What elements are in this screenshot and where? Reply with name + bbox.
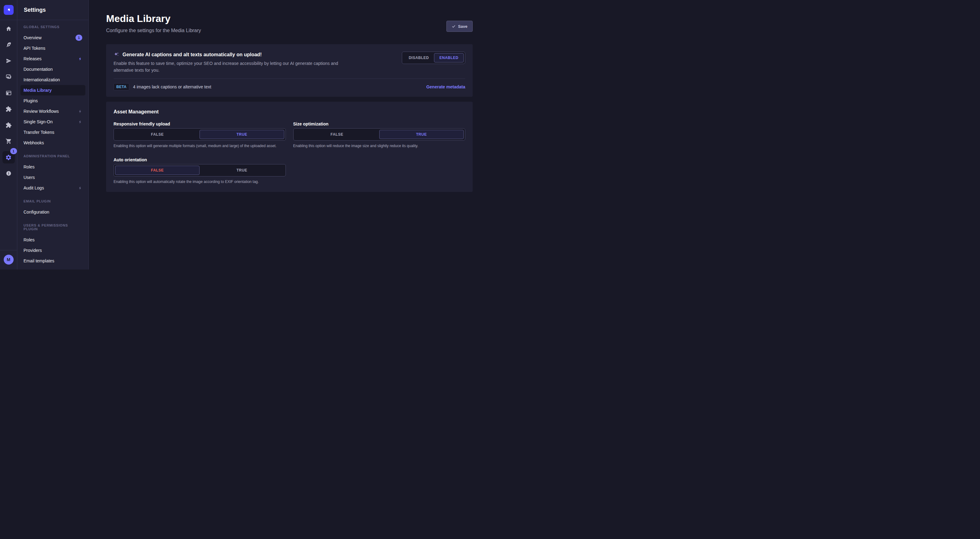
sidebar-section-email-plugin: EMAIL PLUGINConfiguration [21,193,85,217]
sidebar-item-roles[interactable]: Roles [21,235,85,245]
info-icon[interactable] [3,167,15,179]
lightning-icon [78,186,82,190]
page-subtitle: Configure the settings for the Media Lib… [106,28,201,33]
sidebar-item-label: Configuration [24,209,49,214]
sidebar-item-label: Review Workflows [24,109,59,114]
sidebar-section-header: USERS & PERMISSIONS PLUGIN [21,217,85,235]
sidebar-item-single-sign-on[interactable]: Single Sign-On [21,117,85,127]
main-content: Media Library Configure the settings for… [89,0,490,270]
banner-status: BETA 4 images lack captions or alternati… [113,83,211,90]
sidebar-item-label: Releases [24,56,41,61]
sidebar-item-providers[interactable]: Providers [21,245,85,255]
page-header-text: Media Library Configure the settings for… [106,13,201,33]
cart-icon[interactable] [3,135,15,147]
field-responsive-friendly-upload: Responsive friendly uploadFALSETRUEEnabl… [113,122,286,149]
sidebar-item-label: Email templates [24,258,54,263]
sidebar-item-label: Roles [24,237,35,242]
field-hint: Enabling this option will reduce the ima… [293,143,460,149]
sidebar-item-roles[interactable]: Roles [21,162,85,172]
banner-text: Generate AI captions and alt texts autom… [113,52,343,74]
sidebar-item-internationalization[interactable]: Internationalization [21,75,85,85]
sidebar-item-webhooks[interactable]: Webhooks [21,138,85,148]
sidebar-section-header: GLOBAL SETTINGS [21,22,85,32]
strapi-logo[interactable] [4,5,14,15]
sidebar-item-label: Users [24,175,35,180]
auto-orientation-option-true[interactable]: TRUE [199,166,284,175]
sidebar-item-api-tokens[interactable]: API Tokens [21,43,85,54]
page-header: Media Library Configure the settings for… [106,13,473,33]
sidebar-item-plugins[interactable]: Plugins [21,95,85,106]
sidebar-item-transfer-tokens[interactable]: Transfer Tokens [21,127,85,138]
sidebar-item-label: Roles [24,165,35,170]
auto-orientation-option-false[interactable]: FALSE [115,166,199,175]
asset-management-title: Asset Management [113,109,465,115]
paper-plane-icon[interactable] [3,55,15,67]
rail-header [0,0,17,20]
puzzle-piece-icon[interactable] [3,119,15,132]
sidebar-section-administration-panel: ADMINISTRATION PANELRolesUsersAudit Logs [21,148,85,193]
feather-icon[interactable] [3,39,15,51]
sidebar-section-header: ADMINISTRATION PANEL [21,148,85,162]
sidebar-item-label: API Tokens [24,46,46,51]
sidebar-title: Settings [24,7,46,13]
field-label: Auto orientation [113,157,286,162]
banner-top: Generate AI captions and alt texts autom… [113,52,465,74]
sidebar-item-review-workflows[interactable]: Review Workflows [21,106,85,117]
images-icon[interactable] [3,71,15,83]
notification-badge: 1 [10,148,17,154]
field-size-optimization: Size optimizationFALSETRUEEnabling this … [293,122,466,149]
rail-icon-list: 1 [0,20,17,250]
sparkles-icon [113,52,119,57]
settings-sidebar: Settings GLOBAL SETTINGSOverview1API Tok… [18,0,89,270]
lightning-icon [78,57,82,61]
sidebar-item-documentation[interactable]: Documentation [21,64,85,75]
field-hint: Enabling this option will automatically … [113,179,281,184]
gear-icon[interactable]: 1 [3,151,15,163]
generate-metadata-link[interactable]: Generate metadata [426,84,465,89]
sidebar-item-label: Overview [24,35,41,40]
asset-management-card: Asset Management Responsive friendly upl… [106,102,473,192]
sidebar-item-releases[interactable]: Releases [21,54,85,64]
size-optimization-option-false[interactable]: FALSE [295,130,379,139]
banner-title-row: Generate AI captions and alt texts autom… [113,52,343,57]
sidebar-item-overview[interactable]: Overview1 [21,32,85,43]
ai-captions-banner: Generate AI captions and alt texts autom… [106,44,473,97]
sidebar-item-label: Internationalization [24,77,60,82]
sidebar-item-media-library[interactable]: Media Library [21,85,85,95]
strapi-logo-icon [6,7,11,13]
field-label: Responsive friendly upload [113,122,286,127]
main-nav-rail: 1 M [0,0,18,270]
sidebar-item-configuration[interactable]: Configuration [21,207,85,217]
responsive-friendly-upload-option-false[interactable]: FALSE [115,130,199,139]
app-window: 1 M Settings GLOBAL SETTINGSOverview1API… [0,0,490,270]
sidebar-nav: GLOBAL SETTINGSOverview1API TokensReleas… [18,20,89,270]
layout-icon[interactable] [3,87,15,99]
home-icon[interactable] [3,22,15,35]
field-label: Size optimization [293,122,466,127]
sidebar-item-label: Audit Logs [24,185,44,190]
rail-footer: M [0,250,17,270]
field-auto-orientation: Auto orientationFALSETRUEEnabling this o… [113,157,286,184]
auto-orientation-toggle: FALSETRUE [113,164,286,176]
responsive-friendly-upload-option-true[interactable]: TRUE [199,130,284,139]
page-title: Media Library [106,13,201,25]
sidebar-item-audit-logs[interactable]: Audit Logs [21,183,85,193]
size-optimization-toggle: FALSETRUE [293,128,466,141]
sidebar-section-global-settings: GLOBAL SETTINGSOverview1API TokensReleas… [21,22,85,148]
sidebar-section-users-permissions-plugin: USERS & PERMISSIONS PLUGINRolesProviders… [21,217,85,270]
sidebar-item-advanced-settings[interactable]: Advanced settings [21,266,85,270]
banner-bottom: BETA 4 images lack captions or alternati… [113,83,465,90]
sidebar-item-label: Transfer Tokens [24,130,54,135]
avatar[interactable]: M [4,255,14,265]
ai-feature-option-disabled[interactable]: DISABLED [403,53,434,62]
puzzle-icon[interactable] [3,103,15,115]
size-optimization-option-true[interactable]: TRUE [379,130,464,139]
sidebar-item-email-templates[interactable]: Email templates [21,255,85,266]
sidebar-item-users[interactable]: Users [21,172,85,183]
sidebar-item-label: Advanced settings [24,269,59,270]
sidebar-item-label: Providers [24,248,42,253]
asset-management-fields: Responsive friendly uploadFALSETRUEEnabl… [113,122,465,184]
ai-feature-option-enabled[interactable]: ENABLED [434,53,464,62]
save-button[interactable]: Save [446,21,473,32]
check-icon [452,24,456,29]
